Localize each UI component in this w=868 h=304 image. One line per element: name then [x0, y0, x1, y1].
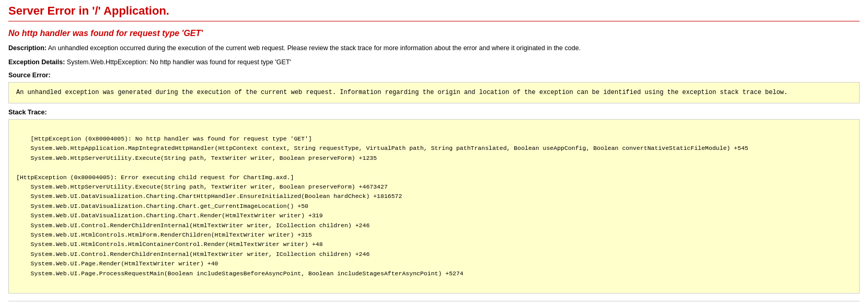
version-info: Version Information: Microsoft .NET Fram… — [8, 301, 860, 304]
description-text: An unhandled exception occurred during t… — [48, 44, 581, 52]
subtitle: No http handler was found for request ty… — [8, 29, 860, 38]
exception-text: System.Web.HttpException: No http handle… — [67, 59, 291, 66]
exception-block: Exception Details: System.Web.HttpExcept… — [8, 57, 860, 67]
stack-trace-text: [HttpException (0x80004005): No http han… — [16, 135, 748, 276]
exception-label: Exception Details: — [8, 59, 65, 66]
stack-trace-box: [HttpException (0x80004005): No http han… — [8, 119, 860, 294]
description-block: Description: An unhandled exception occu… — [8, 43, 860, 53]
source-error-box: An unhandled exception was generated dur… — [8, 82, 860, 103]
description-label: Description: — [8, 44, 47, 52]
stack-trace-label: Stack Trace: — [8, 109, 860, 116]
source-error-text: An unhandled exception was generated dur… — [16, 89, 788, 96]
page-container: Server Error in '/' Application. No http… — [0, 0, 868, 304]
source-error-label: Source Error: — [8, 72, 860, 79]
main-title: Server Error in '/' Application. — [8, 4, 860, 21]
